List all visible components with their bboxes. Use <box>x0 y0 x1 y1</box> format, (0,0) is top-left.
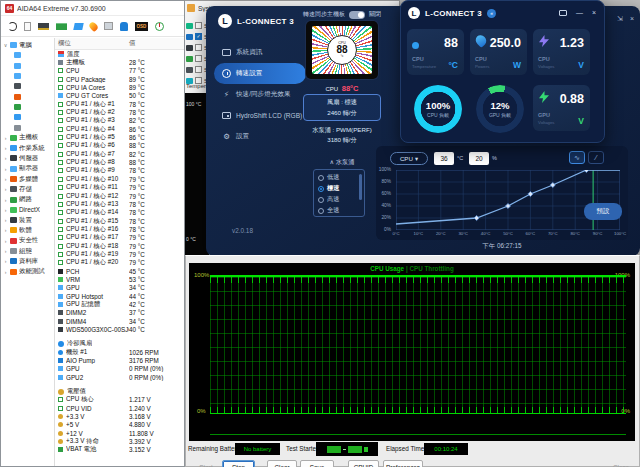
tree-item[interactable]: ›軟體 <box>1 225 54 235</box>
sidebar-item-fan-speed[interactable]: 轉速設置 <box>214 63 306 84</box>
curve-point[interactable] <box>474 215 479 220</box>
sensor-value: 1026 RPM <box>129 349 184 356</box>
checkbox[interactable] <box>195 66 202 73</box>
minimize-icon[interactable]: — <box>576 9 583 16</box>
tree-item[interactable]: ›作業系統 <box>1 143 54 153</box>
pump-section-header[interactable]: ∧ 水泵浦 <box>303 158 381 167</box>
share-icon[interactable] <box>104 22 113 30</box>
tree-item[interactable]: ›安全性 <box>1 236 54 246</box>
refresh-icon[interactable] <box>8 22 17 31</box>
sensor-row[interactable]: VRM53 °C <box>58 275 184 283</box>
sidebar-item-system-info[interactable]: 系統資訊 <box>214 42 306 63</box>
curve-point[interactable] <box>550 182 555 187</box>
sensor-row[interactable]: VBAT 電池3.152 V <box>58 446 184 454</box>
sensor-row[interactable]: CPU Package89 °C <box>58 75 184 83</box>
pip-icon[interactable] <box>559 10 567 16</box>
tree-item[interactable] <box>1 71 54 81</box>
checkbox[interactable] <box>195 22 202 29</box>
pump-speed-option[interactable]: 全速 <box>318 205 364 216</box>
resize-icon[interactable]: ⇲ <box>617 15 623 23</box>
osd-icon[interactable]: OSD <box>135 22 148 31</box>
benchmark-icon[interactable] <box>73 23 83 30</box>
curve-source-select[interactable]: CPU ▾ <box>390 152 428 165</box>
sensor-row[interactable]: CPU 核心1.217 V <box>58 396 184 404</box>
checkbox[interactable] <box>195 44 202 51</box>
tree-item[interactable]: ›存儲 <box>1 184 54 194</box>
stop-button[interactable]: Stop <box>222 460 255 467</box>
tree-item-computer[interactable]: ∨電腦 <box>1 40 54 50</box>
curve-point[interactable] <box>505 203 510 208</box>
report-icon[interactable] <box>24 22 31 31</box>
checkbox[interactable] <box>195 55 202 62</box>
gauge-icon[interactable] <box>155 22 164 31</box>
memory-icon[interactable] <box>56 23 67 30</box>
tree-item[interactable]: ›組態 <box>1 246 54 256</box>
pump-speed-option[interactable] <box>318 216 364 217</box>
preferences-button[interactable]: Preferences <box>383 460 423 467</box>
cpuid-button[interactable]: CPUID <box>348 460 379 467</box>
checkbox[interactable]: ✓ <box>195 33 202 40</box>
cpu-icon[interactable] <box>38 23 49 30</box>
tree-item[interactable] <box>1 102 54 112</box>
tree-item[interactable]: ›效能測試 <box>1 267 54 277</box>
sidebar-item-hydroshift[interactable]: HydroShift LCD (RGB) <box>214 105 306 126</box>
sensor-row[interactable]: CPU #1 / 核心 #2079 °C <box>58 259 184 267</box>
sensor-row[interactable]: +5 V4.880 V <box>58 421 184 429</box>
sensor-row[interactable]: DIMM434 °C <box>58 317 184 325</box>
curve-temp-input[interactable]: 36 <box>434 152 454 165</box>
collapse-badge-icon[interactable]: « <box>487 9 496 18</box>
sensor-row[interactable]: 主機板28 °C <box>58 58 184 66</box>
sensor-row[interactable]: DIMM237 °C <box>58 309 184 317</box>
curve-point[interactable] <box>528 191 533 196</box>
tree-item[interactable]: ›DirectX <box>1 205 54 215</box>
card-sublabel: Powers <box>475 64 489 69</box>
save-button[interactable]: Save <box>300 460 334 467</box>
pump-speed-option[interactable]: 低速 <box>318 172 364 183</box>
tree-item[interactable] <box>1 81 54 91</box>
sidebar-item-lighting[interactable]: ⚡快速/同步燈光效果 <box>214 84 306 105</box>
line-mode-icon[interactable]: ⁄ <box>588 151 604 164</box>
close-icon[interactable]: × <box>592 9 596 16</box>
tree-item[interactable] <box>1 50 54 60</box>
sensor-row[interactable]: CPU VID1.240 V <box>58 404 184 412</box>
tree-item[interactable]: ›資料庫 <box>1 256 54 266</box>
burn-icon[interactable] <box>88 20 99 31</box>
sensor-row[interactable]: CPU77 °C <box>58 67 184 75</box>
sensor-row[interactable]: WDS500G3X0C-00SJG040 °C <box>58 325 184 333</box>
pump-speed-option[interactable]: 標速 <box>318 183 364 194</box>
fan-mode-box[interactable]: 風扇 : 標速 2460 轉/分 <box>303 94 381 121</box>
sensor-row[interactable]: GPU20 RPM (0%) <box>58 373 184 381</box>
tree-item[interactable] <box>1 61 54 71</box>
tree-item[interactable]: ›顯示器 <box>1 164 54 174</box>
sensor-row[interactable]: CPU IA Cores89 °C <box>58 83 184 91</box>
speed-option-list: 低速標速高速全速 <box>313 169 365 217</box>
sidebar-item-settings[interactable]: ⚙設置 <box>214 126 306 147</box>
sync-toggle[interactable] <box>349 11 365 19</box>
pump-speed-option[interactable]: 高速 <box>318 194 364 205</box>
sensor-row[interactable]: GPU34 °C <box>58 284 184 292</box>
chevron-right-icon: › <box>3 197 8 203</box>
sensor-row[interactable]: GPU0 RPM (0%) <box>58 365 184 373</box>
tree-item[interactable]: ›網路 <box>1 194 54 204</box>
sensor-row[interactable]: GPU 記憶體42 °C <box>58 300 184 308</box>
clear-button[interactable]: Clear <box>267 460 297 467</box>
tree-item[interactable] <box>1 112 54 122</box>
fan-curve-plot[interactable] <box>396 170 620 230</box>
tree-item[interactable] <box>1 122 54 132</box>
speed-list-scrollbar[interactable] <box>359 174 362 200</box>
support-icon[interactable] <box>120 22 128 31</box>
sensor-row[interactable]: AIO Pump3176 RPM <box>58 356 184 364</box>
curve-percent-input[interactable]: 20 <box>469 152 489 165</box>
preset-button[interactable]: 預設 <box>584 203 622 220</box>
sensor-row[interactable]: +3.3 V3.168 V <box>58 412 184 420</box>
tree-item[interactable] <box>1 91 54 101</box>
sensor-row[interactable]: PCH45 °C <box>58 267 184 275</box>
tree-item[interactable]: ›裝置 <box>1 215 54 225</box>
tree-item[interactable]: ›伺服器 <box>1 153 54 163</box>
tree-item[interactable]: ›多媒體 <box>1 174 54 184</box>
curve-mode-icon[interactable]: ∿ <box>569 151 585 164</box>
close-icon[interactable]: × <box>630 15 634 23</box>
sensor-row[interactable]: 機殼 #11026 RPM <box>58 348 184 356</box>
aida64-titlebar[interactable]: 64 AIDA64 Extreme v7.30.6900 <box>1 1 184 16</box>
tree-item[interactable]: ›主機板 <box>1 133 54 143</box>
